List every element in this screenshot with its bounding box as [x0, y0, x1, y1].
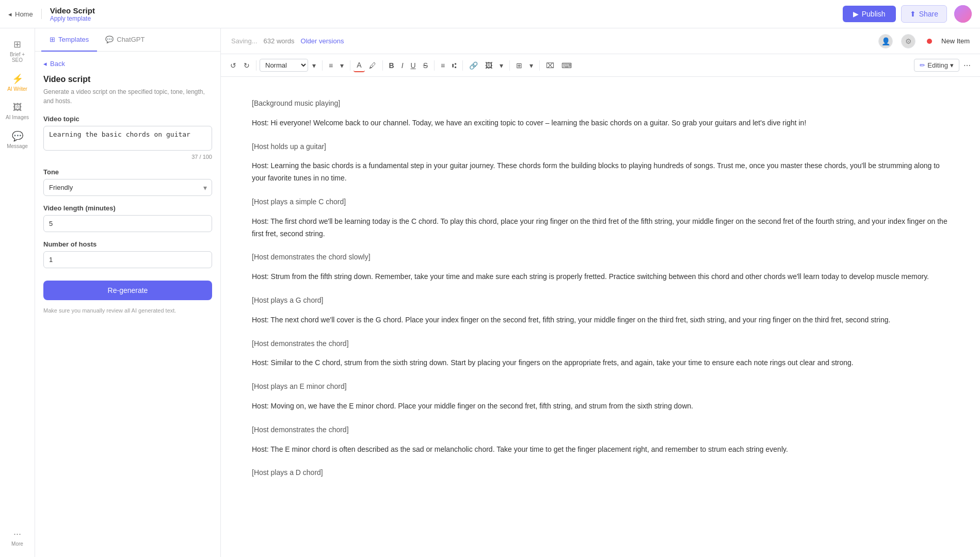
regenerate-button[interactable]: Re-generate: [43, 281, 212, 300]
regenerate-label: Re-generate: [108, 286, 148, 294]
stage-direction-8: [Host plays a D chord]: [252, 467, 949, 479]
table-button[interactable]: ⊞: [513, 59, 525, 72]
toolbar-divider-3: [350, 60, 350, 71]
stage-direction-6: [Host plays an E minor chord]: [252, 381, 949, 393]
host-line-3: Host: Strum from the fifth string down. …: [252, 271, 949, 283]
ai-images-icon: 🖼: [13, 102, 22, 113]
back-chevron-icon: ◂: [43, 60, 47, 68]
editing-label: Editing: [927, 61, 948, 69]
editing-chevron-icon: ▾: [950, 61, 954, 69]
new-item-label: New Item: [941, 37, 970, 45]
sidebar-label-message: Message: [7, 143, 28, 149]
saving-status: Saving...: [231, 37, 258, 45]
sidebar-item-ai-writer[interactable]: ⚡ AI Writer: [3, 69, 33, 96]
left-panel-tabs: ⊞ Templates 💬 ChatGPT: [35, 28, 220, 52]
nav-divider: [41, 9, 42, 19]
templates-tab-label: Templates: [58, 36, 89, 43]
user-icon: 👤: [881, 37, 890, 45]
far-sidebar: ⊞ Brief + SEO ⚡ AI Writer 🖼 AI Images 💬 …: [0, 28, 35, 557]
num-hosts-label: Number of hosts: [43, 240, 212, 248]
sidebar-item-brief-seo[interactable]: ⊞ Brief + SEO: [3, 35, 33, 67]
content-block-4: [Host plays a G chord] Host: The next ch…: [252, 294, 949, 326]
image-button[interactable]: 🖼: [482, 59, 495, 72]
chatgpt-tab-icon: 💬: [105, 36, 114, 43]
page-title: Video Script: [50, 6, 95, 15]
editor-toolbar: ↺ ↻ Normal Heading 1 Heading 2 Heading 3…: [221, 54, 980, 77]
bold-button[interactable]: B: [386, 59, 397, 72]
toolbar-divider-1: [256, 60, 256, 71]
video-topic-input[interactable]: [43, 126, 212, 151]
collaborator-avatar-1: 👤: [878, 34, 893, 48]
video-length-group: Video length (minutes): [43, 204, 212, 232]
text-style-chevron-icon[interactable]: ▾: [309, 59, 319, 72]
num-hosts-input[interactable]: [43, 251, 212, 268]
back-label: Back: [50, 60, 65, 68]
left-panel: ⊞ Templates 💬 ChatGPT ◂ Back Video scrip…: [35, 28, 221, 557]
content-block-2: [Host plays a simple C chord] Host: The …: [252, 196, 949, 240]
clear-format-button[interactable]: ⌧: [543, 59, 557, 72]
sidebar-item-ai-images[interactable]: 🖼 AI Images: [3, 98, 33, 124]
ordered-list-button[interactable]: ⑆: [449, 59, 459, 72]
stage-direction-3: [Host demonstrates the chord slowly]: [252, 251, 949, 264]
strikethrough-button[interactable]: S: [420, 59, 431, 72]
num-hosts-group: Number of hosts: [43, 240, 212, 268]
tab-templates[interactable]: ⊞ Templates: [41, 28, 97, 52]
video-length-label: Video length (minutes): [43, 204, 212, 212]
underline-button[interactable]: U: [408, 59, 419, 72]
publish-button[interactable]: ▶ Publish: [843, 6, 896, 22]
apply-template-link[interactable]: Apply template: [50, 15, 95, 22]
publish-label: Publish: [862, 10, 886, 18]
content-block-3: [Host demonstrates the chord slowly] Hos…: [252, 251, 949, 283]
word-count: 632 words: [264, 37, 295, 45]
tone-select[interactable]: Friendly Professional Casual Formal: [43, 179, 212, 196]
home-link[interactable]: ◂ Home: [8, 10, 33, 18]
ai-note: Make sure you manually review all AI gen…: [43, 306, 212, 315]
editor-content[interactable]: [Background music playing] Host: Hi ever…: [221, 77, 980, 557]
content-block-1: [Host holds up a guitar] Host: Learning …: [252, 141, 949, 185]
highlight-button[interactable]: 🖊: [366, 59, 379, 72]
link-button[interactable]: 🔗: [466, 59, 481, 72]
redo-button[interactable]: ↻: [240, 59, 253, 72]
content-block-7: [Host demonstrates the chord] Host: The …: [252, 424, 949, 456]
tab-chatgpt[interactable]: 💬 ChatGPT: [97, 28, 153, 52]
tone-select-wrapper: Friendly Professional Casual Formal ▾: [43, 179, 212, 196]
tone-group: Tone Friendly Professional Casual Formal…: [43, 168, 212, 196]
align-chevron-button[interactable]: ▾: [337, 59, 347, 72]
text-style-select[interactable]: Normal Heading 1 Heading 2 Heading 3: [260, 59, 308, 72]
nav-title-group: Video Script Apply template: [50, 6, 95, 22]
sidebar-label-ai-writer: AI Writer: [7, 86, 27, 92]
new-item-button[interactable]: New Item: [941, 37, 970, 45]
video-length-input[interactable]: [43, 215, 212, 232]
editing-mode-button[interactable]: ✏ Editing ▾: [914, 59, 959, 72]
image-chevron-button[interactable]: ▾: [496, 59, 506, 72]
stage-direction-1: [Host holds up a guitar]: [252, 141, 949, 153]
sidebar-label-brief-seo: Brief + SEO: [6, 52, 29, 63]
content-block-0: [Background music playing] Host: Hi ever…: [252, 97, 949, 129]
pencil-icon: ✏: [920, 61, 925, 69]
toolbar-divider-2: [322, 60, 323, 71]
italic-button[interactable]: I: [398, 59, 407, 72]
align-button[interactable]: ≡: [326, 59, 336, 72]
share-button[interactable]: ⬆ Share: [901, 5, 947, 23]
back-button[interactable]: ◂ Back: [43, 60, 212, 68]
sidebar-label-more: More: [11, 541, 23, 547]
sidebar-item-message[interactable]: 💬 Message: [3, 126, 33, 153]
avatar[interactable]: [954, 5, 972, 23]
status-dot: [927, 39, 932, 44]
sidebar-label-ai-images: AI Images: [6, 114, 29, 120]
sidebar-item-more[interactable]: ··· More: [3, 525, 33, 551]
more-options-button[interactable]: ⋯: [960, 59, 974, 72]
stage-direction-0: [Background music playing]: [252, 97, 949, 110]
toolbar-divider-5: [434, 60, 435, 71]
content-block-8: [Host plays a D chord]: [252, 467, 949, 479]
older-versions-link[interactable]: Older versions: [301, 37, 344, 45]
table-chevron-button[interactable]: ▾: [526, 59, 536, 72]
host-line-1: Host: Learning the basic chords is a fun…: [252, 160, 949, 185]
stage-direction-4: [Host plays a G chord]: [252, 294, 949, 307]
text-color-button[interactable]: A: [354, 59, 364, 72]
editor-area: Saving... 632 words Older versions 👤 ⚙ N…: [221, 28, 980, 557]
undo-button[interactable]: ↺: [227, 59, 239, 72]
toolbar-divider-4: [382, 60, 383, 71]
code-block-button[interactable]: ⌨: [558, 59, 575, 72]
bullet-list-button[interactable]: ≡: [438, 59, 448, 72]
